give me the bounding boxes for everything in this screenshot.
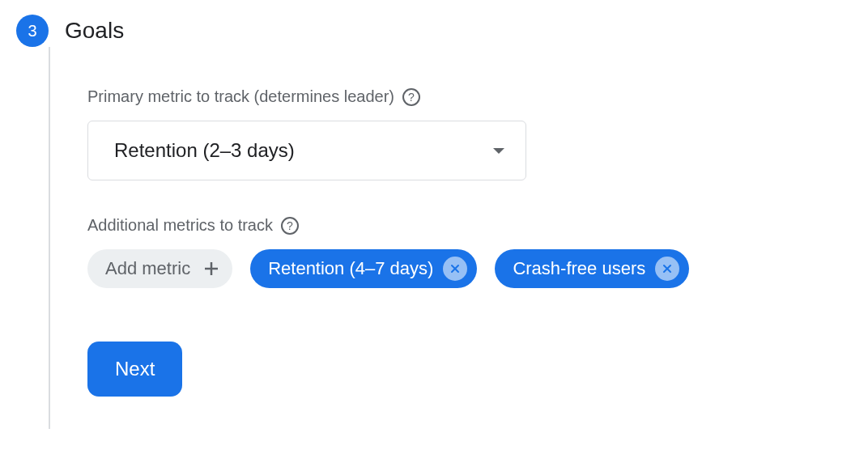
step-header: 3 Goals <box>16 15 852 47</box>
next-button[interactable]: Next <box>87 342 182 397</box>
metric-chip[interactable]: Retention (4–7 days) <box>250 249 477 288</box>
metric-chip-row: Add metric Retention (4–7 days) Crash-fr… <box>87 249 852 288</box>
step-number-badge: 3 <box>16 15 49 47</box>
close-icon[interactable] <box>443 257 467 281</box>
primary-metric-value: Retention (2–3 days) <box>114 139 295 162</box>
metric-chip-label: Retention (4–7 days) <box>268 258 433 279</box>
help-icon[interactable]: ? <box>281 217 299 235</box>
plus-icon <box>200 257 223 280</box>
additional-metrics-group: Additional metrics to track ? Add metric… <box>87 216 852 288</box>
step-title: Goals <box>65 18 124 44</box>
step-body: Primary metric to track (determines lead… <box>49 47 852 429</box>
chevron-down-icon <box>493 148 504 154</box>
additional-metrics-label-row: Additional metrics to track ? <box>87 216 852 235</box>
primary-metric-group: Primary metric to track (determines lead… <box>87 87 852 180</box>
help-icon[interactable]: ? <box>402 88 420 106</box>
additional-metrics-label: Additional metrics to track <box>87 216 273 235</box>
add-metric-chip[interactable]: Add metric <box>87 249 232 288</box>
metric-chip-label: Crash-free users <box>513 258 645 279</box>
step-container: 3 Goals Primary metric to track (determi… <box>0 0 868 443</box>
add-metric-label: Add metric <box>105 258 190 279</box>
primary-metric-select[interactable]: Retention (2–3 days) <box>87 121 526 180</box>
primary-metric-label-row: Primary metric to track (determines lead… <box>87 87 852 106</box>
primary-metric-label: Primary metric to track (determines lead… <box>87 87 394 106</box>
metric-chip[interactable]: Crash-free users <box>495 249 689 288</box>
close-icon[interactable] <box>655 257 679 281</box>
